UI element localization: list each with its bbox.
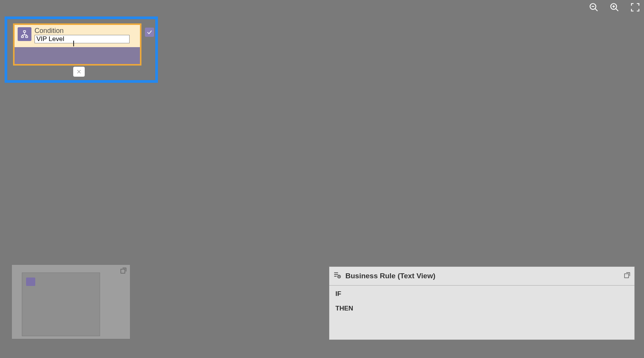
condition-card[interactable]: Condition <box>13 23 141 66</box>
popout-icon <box>624 272 631 279</box>
minimap-panel[interactable] <box>12 264 130 339</box>
svg-point-22 <box>338 276 339 277</box>
condition-header: Condition <box>15 25 140 46</box>
popout-icon <box>120 267 127 274</box>
minimap-node <box>26 278 35 286</box>
svg-line-4 <box>616 8 618 11</box>
condition-confirm-button[interactable] <box>145 28 154 37</box>
svg-rect-23 <box>624 274 629 278</box>
zoom-in-button[interactable] <box>610 2 619 14</box>
fit-to-screen-button[interactable] <box>630 2 640 14</box>
condition-label: Condition <box>34 27 137 34</box>
list-settings-icon <box>333 271 342 281</box>
minimap-popout-button[interactable] <box>120 267 127 276</box>
fit-icon <box>630 2 640 12</box>
zoom-out-icon <box>589 2 599 12</box>
canvas-toolbar <box>589 2 640 14</box>
rule-then-keyword: THEN <box>335 305 628 312</box>
svg-rect-8 <box>21 36 24 38</box>
zoom-out-button[interactable] <box>589 2 599 14</box>
zoom-in-icon <box>610 2 619 12</box>
svg-rect-17 <box>121 269 125 273</box>
condition-title-col: Condition <box>34 27 137 43</box>
hierarchy-icon <box>20 30 29 38</box>
business-rule-text-view-panel: Business Rule (Text View) IF THEN <box>329 266 635 340</box>
condition-false-branch-button[interactable] <box>73 67 85 77</box>
svg-line-1 <box>595 8 598 11</box>
svg-rect-9 <box>26 36 28 38</box>
text-view-header: Business Rule (Text View) <box>329 267 634 286</box>
condition-selection-frame[interactable]: Condition <box>5 16 158 83</box>
text-view-title: Business Rule (Text View) <box>345 272 435 280</box>
condition-icon-box <box>18 27 31 41</box>
minimap-viewport[interactable] <box>22 273 100 336</box>
condition-name-input[interactable] <box>34 35 130 43</box>
close-icon <box>76 69 82 74</box>
text-view-popout-button[interactable] <box>624 272 631 281</box>
condition-body <box>15 47 140 64</box>
text-view-body: IF THEN <box>329 286 634 340</box>
rule-if-keyword: IF <box>335 290 628 298</box>
check-icon <box>146 29 153 35</box>
svg-rect-7 <box>23 31 26 33</box>
